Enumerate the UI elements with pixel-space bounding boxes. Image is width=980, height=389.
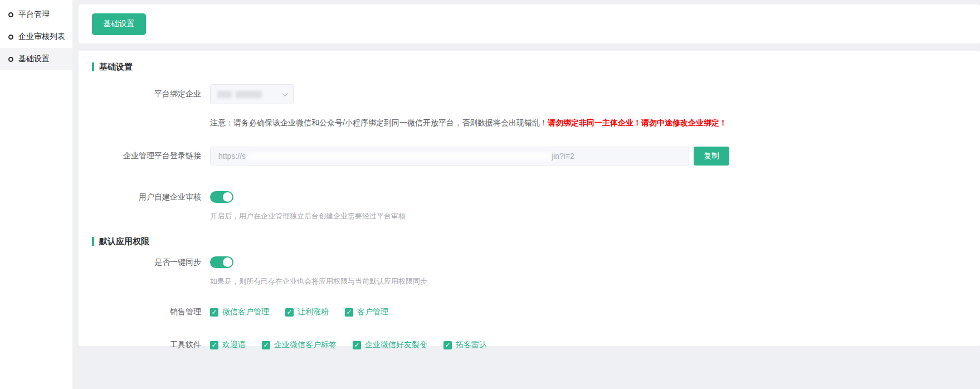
sidebar-item-basic-settings[interactable]: 基础设置 (0, 48, 72, 70)
toggle-knob (223, 192, 232, 202)
checkbox-wechat-customer-management[interactable]: ✓ 微信客户管理 (210, 307, 269, 317)
bind-enterprise-select[interactable] (210, 84, 294, 104)
one-key-sync-row: 是否一键同步 (92, 256, 967, 268)
checkbox-checked-icon: ✓ (443, 341, 452, 349)
sidebar-item-label: 平台管理 (18, 9, 50, 20)
settings-card: 基础设置 平台绑定企业 注意：请务必确保该企业微信和公众号/小程序绑定到同一微信… (79, 51, 980, 346)
login-link-value-suffix: jin?i=2 (552, 152, 574, 161)
user-audit-toggle[interactable] (210, 191, 233, 203)
section-accent-bar (92, 62, 94, 71)
login-link-row: 企业管理平台登录链接 https://s jin?i=2 复制 (92, 147, 967, 166)
circle-icon (8, 12, 13, 17)
user-audit-label: 用户自建企业审核 (92, 192, 210, 202)
bind-enterprise-warning: 请勿绑定非同一主体企业！请勿中途修改企业绑定！ (548, 118, 727, 127)
checkbox-profit-fan-growth[interactable]: ✓ 让利涨粉 (285, 307, 329, 317)
basic-settings-tab-button[interactable]: 基础设置 (92, 13, 146, 35)
tool-software-label: 工具软件 (92, 340, 210, 350)
checkbox-checked-icon: ✓ (285, 308, 294, 317)
section-default-app-permissions: 默认应用权限 (92, 236, 967, 246)
one-key-sync-helper: 如果是，则所有已存在企业也会将应用权限与当前默认应用权限同步 (210, 276, 427, 286)
login-link-label: 企业管理平台登录链接 (92, 151, 210, 161)
top-tab-bar: 基础设置 (79, 4, 980, 43)
one-key-sync-helper-row: 如果是，则所有已存在企业也会将应用权限与当前默认应用权限同步 (92, 276, 967, 286)
login-link-value-prefix: https://s (218, 152, 246, 161)
checkbox-customer-management[interactable]: ✓ 客户管理 (345, 307, 388, 317)
chevron-down-icon (282, 90, 288, 96)
redacted-link-segment (247, 152, 550, 161)
sidebar-item-label: 企业审核列表 (18, 32, 65, 42)
checkbox-checked-icon: ✓ (345, 308, 353, 317)
sidebar-item-platform-management[interactable]: 平台管理 (0, 3, 72, 26)
sidebar-item-label: 基础设置 (18, 54, 50, 64)
checkbox-wecom-customer-tags[interactable]: ✓ 企业微信客户标签 (262, 340, 337, 350)
section-title-text: 基础设置 (99, 62, 133, 72)
copy-button[interactable]: 复制 (694, 147, 729, 166)
checkbox-welcome-message[interactable]: ✓ 欢迎语 (210, 340, 246, 350)
tools-checkbox-group: ✓ 欢迎语 ✓ 企业微信客户标签 ✓ 企业微信好友裂变 ✓ 拓客雷达 (210, 340, 487, 350)
user-audit-helper: 开启后，用户在企业管理独立后台创建企业需要经过平台审核 (210, 211, 406, 221)
checkbox-checked-icon: ✓ (262, 341, 270, 349)
bind-enterprise-note-row: 注意：请务必确保该企业微信和公众号/小程序绑定到同一微信开放平台，否则数据将会出… (92, 118, 967, 128)
circle-icon (8, 57, 13, 62)
user-audit-row: 用户自建企业审核 (92, 191, 967, 203)
section-accent-bar (92, 237, 94, 246)
tool-software-row: 工具软件 ✓ 欢迎语 ✓ 企业微信客户标签 ✓ 企业微信好友裂变 ✓ 拓客雷达 (92, 340, 967, 350)
sidebar: 平台管理 企业审核列表 基础设置 (0, 0, 72, 389)
one-key-sync-toggle[interactable] (210, 256, 233, 268)
bind-enterprise-note: 注意：请务必确保该企业微信和公众号/小程序绑定到同一微信开放平台，否则数据将会出… (210, 118, 548, 127)
circle-icon (8, 35, 13, 40)
sales-management-row: 销售管理 ✓ 微信客户管理 ✓ 让利涨粉 ✓ 客户管理 (92, 307, 967, 317)
sales-management-label: 销售管理 (92, 307, 210, 317)
section-title-text: 默认应用权限 (99, 236, 149, 247)
bind-enterprise-row: 平台绑定企业 (92, 84, 967, 104)
checkbox-wecom-friend-fission[interactable]: ✓ 企业微信好友裂变 (353, 340, 427, 350)
bind-enterprise-label: 平台绑定企业 (92, 89, 210, 99)
main-content: 基础设置 基础设置 平台绑定企业 注意：请务必确保该企业微信和公众号/小程序绑定… (79, 0, 980, 346)
sidebar-item-enterprise-audit-list[interactable]: 企业审核列表 (0, 26, 72, 48)
sales-checkbox-group: ✓ 微信客户管理 ✓ 让利涨粉 ✓ 客户管理 (210, 307, 388, 317)
checkbox-customer-acquisition-radar[interactable]: ✓ 拓客雷达 (443, 340, 487, 350)
one-key-sync-label: 是否一键同步 (92, 257, 210, 268)
checkbox-checked-icon: ✓ (210, 308, 218, 317)
checkbox-checked-icon: ✓ (210, 341, 218, 349)
user-audit-helper-row: 开启后，用户在企业管理独立后台创建企业需要经过平台审核 (92, 211, 967, 221)
section-basic-settings: 基础设置 (92, 62, 967, 72)
login-link-input[interactable]: https://s jin?i=2 (210, 147, 689, 166)
checkbox-checked-icon: ✓ (353, 341, 361, 349)
redacted-select-value (217, 91, 282, 98)
toggle-knob (223, 257, 232, 267)
